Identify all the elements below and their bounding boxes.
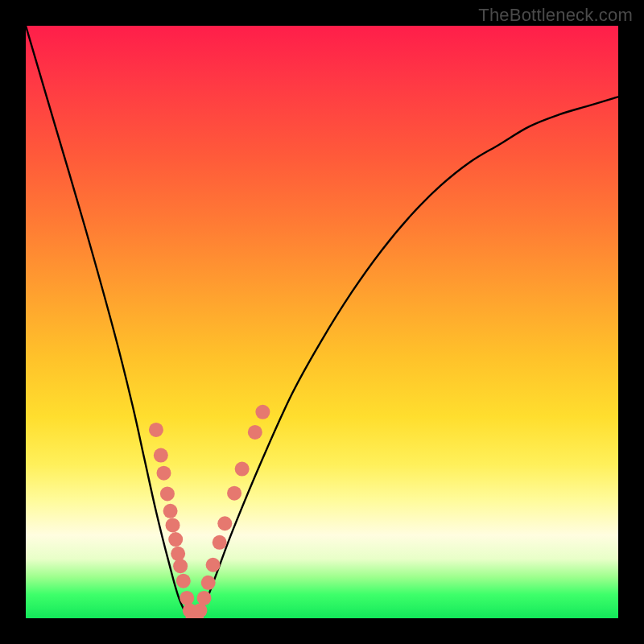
data-marker [163,504,178,518]
markers-layer [149,405,270,618]
data-marker [160,486,175,501]
bottleneck-curve-path [26,26,618,618]
data-marker [176,574,191,588]
data-marker [197,591,212,605]
data-marker [206,558,221,572]
data-marker [156,466,171,481]
data-marker [213,535,227,550]
data-marker [248,425,262,440]
data-marker [201,576,216,590]
data-marker [168,532,183,547]
plot-area [26,26,618,618]
data-marker [235,462,250,477]
data-marker [192,603,207,617]
data-marker [149,423,163,437]
curve-layer [26,26,618,618]
data-marker [217,516,232,530]
data-marker [255,405,270,419]
watermark-text: TheBottleneck.com [478,5,633,26]
data-marker [180,591,194,605]
data-marker [173,559,188,573]
chart-frame: TheBottleneck.com [0,0,644,644]
chart-svg [26,26,618,618]
data-marker [227,486,242,501]
data-marker [166,518,180,532]
data-marker [171,547,185,561]
data-marker [154,448,168,463]
